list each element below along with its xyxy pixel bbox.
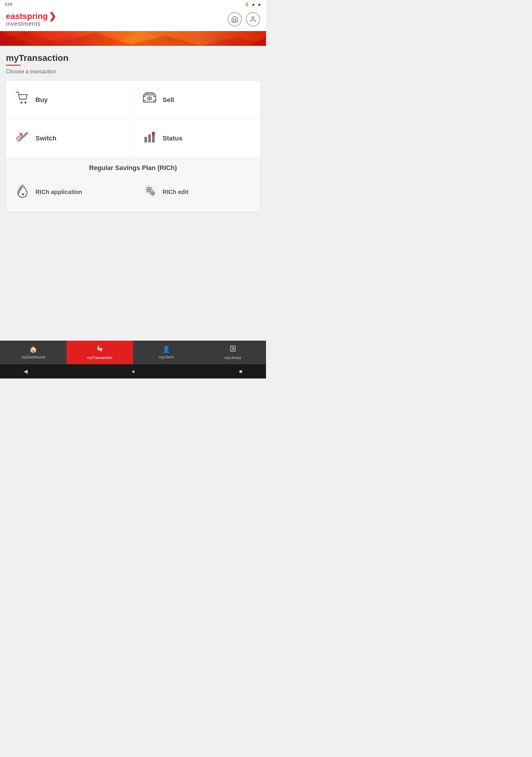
svg-point-20 xyxy=(22,194,24,196)
header-icons xyxy=(227,12,260,26)
svg-marker-2 xyxy=(0,31,266,46)
logo-line1: eastspring ❯ xyxy=(6,12,56,21)
svg-marker-3 xyxy=(0,31,266,46)
svg-point-4 xyxy=(20,102,22,104)
sell-item[interactable]: Sell xyxy=(133,81,260,119)
savings-grid: RICh application xyxy=(6,175,260,212)
svg-point-24 xyxy=(152,193,153,194)
sell-label: Sell xyxy=(163,96,174,104)
profile-button[interactable] xyxy=(246,12,260,26)
recents-button[interactable]: ■ xyxy=(239,369,242,375)
signal-icon: ▲ xyxy=(251,2,255,7)
status-bar: 3:59 🔋 ▲ ▲ xyxy=(0,0,266,8)
page-subtitle: Choose a transaction xyxy=(6,69,260,75)
nav-my-dashboard[interactable]: 🏠 myDashboard xyxy=(0,341,67,364)
transaction-grid: Buy xyxy=(6,81,260,158)
bottom-nav: 🏠 myDashboard myTransaction 👤 myClient m… xyxy=(0,341,266,364)
drop-icon xyxy=(15,183,30,201)
nav-my-transaction[interactable]: myTransaction xyxy=(67,341,133,364)
money-icon xyxy=(142,91,157,109)
svg-rect-1 xyxy=(0,31,266,46)
home-button-android[interactable]: ● xyxy=(132,369,135,375)
home-icon xyxy=(231,16,238,23)
gear-icon xyxy=(142,183,157,201)
svg-rect-19 xyxy=(152,132,155,136)
dashboard-nav-icon: 🏠 xyxy=(29,346,37,353)
page-title-underline xyxy=(6,65,21,66)
transaction-card: Buy xyxy=(6,81,260,212)
status-time: 3:59 xyxy=(5,2,12,7)
buy-item[interactable]: Buy xyxy=(6,81,133,119)
svg-point-0 xyxy=(252,16,254,19)
android-nav: ◀ ● ■ xyxy=(0,364,266,378)
switch-icon xyxy=(15,129,30,147)
logo-eastspring: eastspring xyxy=(6,12,48,20)
page-content: myTransaction Choose a transaction Buy xyxy=(0,46,266,341)
switch-label: Switch xyxy=(36,135,56,142)
status-label: Status xyxy=(163,135,182,142)
nav-my-library[interactable]: myLibrary xyxy=(199,341,266,364)
savings-section: Regular Savings Plan (RICh) RICh applica… xyxy=(6,158,260,212)
client-nav-icon: 👤 xyxy=(162,346,170,353)
wifi-icon: ▲ xyxy=(257,2,261,7)
svg-rect-16 xyxy=(144,137,147,142)
battery-icon: 🔋 xyxy=(245,2,250,7)
transaction-nav-icon xyxy=(96,345,103,354)
logo-investments: investments xyxy=(6,21,56,27)
transaction-nav-label: myTransaction xyxy=(87,355,112,360)
svg-line-14 xyxy=(19,133,28,141)
status-icons: 🔋 ▲ ▲ xyxy=(245,2,261,7)
logo-text: eastspring ❯ investments xyxy=(6,12,56,27)
banner-svg xyxy=(0,31,266,46)
home-button[interactable] xyxy=(227,12,242,26)
rich-edit-label: RICh edit xyxy=(163,189,189,196)
logo-arrow-icon: ❯ xyxy=(49,12,56,21)
back-button[interactable]: ◀ xyxy=(24,368,28,375)
chart-icon xyxy=(142,129,157,147)
svg-point-5 xyxy=(24,102,27,104)
rich-application-label: RICh application xyxy=(36,189,82,196)
client-nav-label: myClient xyxy=(159,355,174,359)
profile-icon xyxy=(250,16,256,23)
banner xyxy=(0,31,266,46)
svg-point-23 xyxy=(148,189,150,191)
logo: eastspring ❯ investments xyxy=(6,12,56,27)
rich-edit-item[interactable]: RICh edit xyxy=(133,175,260,212)
cart-icon xyxy=(15,91,30,109)
nav-my-client[interactable]: 👤 myClient xyxy=(133,341,199,364)
svg-point-12 xyxy=(149,98,150,99)
switch-item[interactable]: Switch xyxy=(6,119,133,157)
status-item[interactable]: Status xyxy=(133,119,260,157)
library-nav-label: myLibrary xyxy=(224,355,241,360)
svg-rect-17 xyxy=(148,134,151,142)
library-nav-icon xyxy=(229,345,236,354)
header: eastspring ❯ investments xyxy=(0,8,266,31)
page-title: myTransaction xyxy=(6,53,260,63)
savings-title: Regular Savings Plan (RICh) xyxy=(6,158,260,175)
buy-label: Buy xyxy=(36,96,48,104)
dashboard-nav-label: myDashboard xyxy=(21,355,45,359)
rich-application-item[interactable]: RICh application xyxy=(6,175,133,212)
